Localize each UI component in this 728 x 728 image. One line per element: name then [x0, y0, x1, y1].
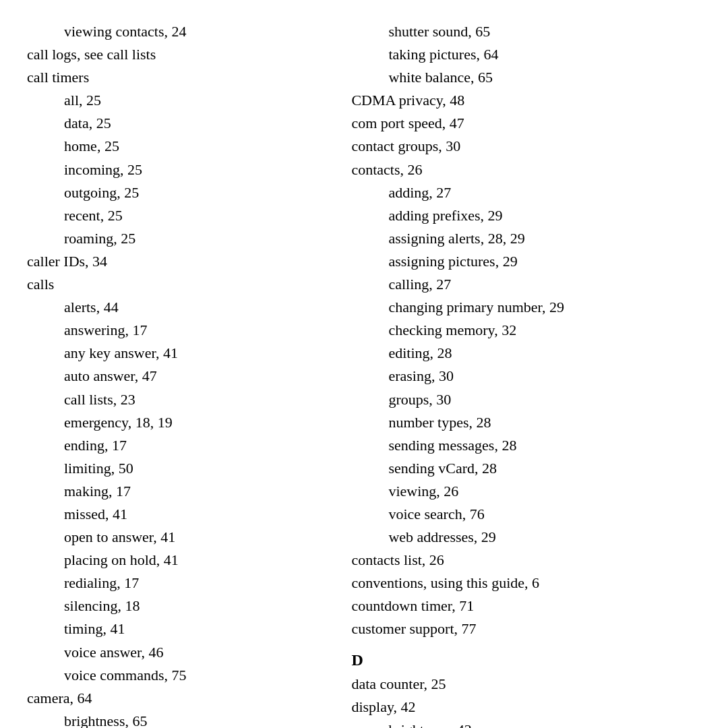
index-line: CDMA privacy, 48 — [351, 89, 701, 112]
index-line: placing on hold, 41 — [27, 549, 331, 572]
index-line: auto answer, 47 — [27, 365, 331, 388]
index-line: D — [351, 648, 701, 673]
index-line: call lists, 23 — [27, 388, 331, 411]
index-line: voice search, 76 — [351, 503, 701, 526]
index-line: open to answer, 41 — [27, 526, 331, 549]
index-line: com port speed, 47 — [351, 112, 701, 135]
index-line: alerts, 44 — [27, 296, 331, 319]
index-line: voice commands, 75 — [27, 664, 331, 687]
index-line: call timers — [27, 66, 331, 89]
page: viewing contacts, 24call logs, see call … — [0, 0, 728, 728]
index-line: brightness, 43 — [351, 719, 701, 728]
index-line: answering, 17 — [27, 319, 331, 342]
index-line: any key answer, 41 — [27, 342, 331, 365]
index-line: sending vCard, 28 — [351, 457, 701, 480]
index-line: ending, 17 — [27, 434, 331, 457]
index-line: adding prefixes, 29 — [351, 204, 701, 227]
index-line: customer support, 77 — [351, 617, 701, 640]
index-line: white balance, 65 — [351, 66, 701, 89]
index-line: shutter sound, 65 — [351, 20, 701, 43]
content-columns: viewing contacts, 24call logs, see call … — [27, 20, 701, 728]
index-line: limiting, 50 — [27, 457, 331, 480]
index-line: redialing, 17 — [27, 572, 331, 595]
index-line: contact groups, 30 — [351, 135, 701, 158]
index-line: incoming, 25 — [27, 158, 331, 181]
index-line: brightness, 65 — [27, 710, 331, 728]
index-line: groups, 30 — [351, 388, 701, 411]
index-line: call logs, see call lists — [27, 43, 331, 66]
index-line: missed, 41 — [27, 503, 331, 526]
index-line: checking memory, 32 — [351, 319, 701, 342]
index-line: adding, 27 — [351, 181, 701, 204]
right-column: shutter sound, 65taking pictures, 64whit… — [344, 20, 701, 728]
index-line: countdown timer, 71 — [351, 595, 701, 617]
index-line: roaming, 25 — [27, 227, 331, 250]
index-line: editing, 28 — [351, 342, 701, 365]
index-line: conventions, using this guide, 6 — [351, 572, 701, 595]
index-line: assigning pictures, 29 — [351, 250, 701, 273]
index-line: data, 25 — [27, 112, 331, 135]
index-line: erasing, 30 — [351, 365, 701, 388]
index-line: timing, 41 — [27, 617, 331, 640]
index-line: data counter, 25 — [351, 673, 701, 696]
index-line: display, 42 — [351, 696, 701, 719]
index-line: web addresses, 29 — [351, 526, 701, 549]
index-line: all, 25 — [27, 89, 331, 112]
index-line: calls — [27, 273, 331, 296]
index-line: contacts, 26 — [351, 158, 701, 181]
index-line: sending messages, 28 — [351, 434, 701, 457]
index-line: home, 25 — [27, 135, 331, 158]
index-line: camera, 64 — [27, 687, 331, 710]
left-column: viewing contacts, 24call logs, see call … — [27, 20, 344, 728]
index-line: changing primary number, 29 — [351, 296, 701, 319]
index-line: assigning alerts, 28, 29 — [351, 227, 701, 250]
index-line: viewing, 26 — [351, 480, 701, 503]
index-line: viewing contacts, 24 — [27, 20, 331, 43]
index-line: making, 17 — [27, 480, 331, 503]
index-line: recent, 25 — [27, 204, 331, 227]
index-line: outgoing, 25 — [27, 181, 331, 204]
index-line: emergency, 18, 19 — [27, 411, 331, 434]
index-line: number types, 28 — [351, 411, 701, 434]
index-line: caller IDs, 34 — [27, 250, 331, 273]
index-line: taking pictures, 64 — [351, 43, 701, 66]
index-line: contacts list, 26 — [351, 549, 701, 572]
index-line: calling, 27 — [351, 273, 701, 296]
index-line: voice answer, 46 — [27, 641, 331, 664]
index-line: silencing, 18 — [27, 595, 331, 617]
